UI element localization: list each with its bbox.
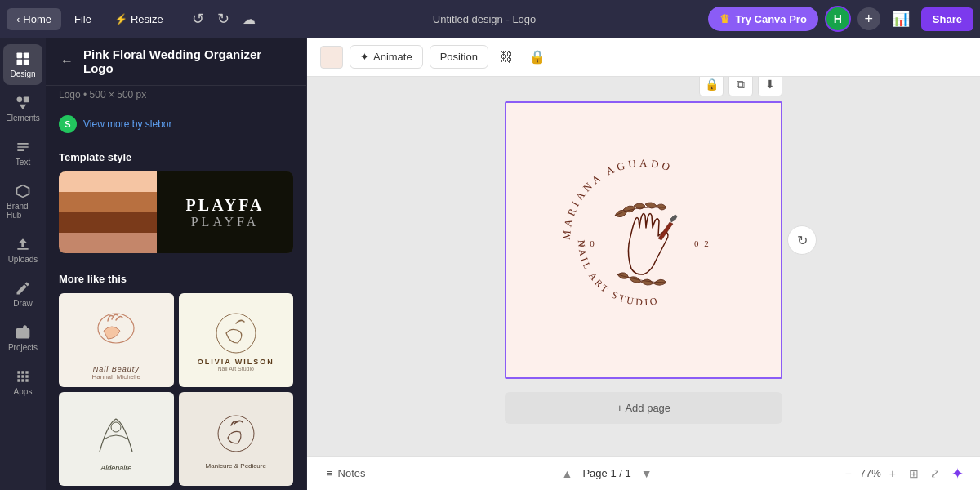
sidebar-item-projects[interactable]: Projects: [3, 318, 42, 359]
canvas-scroll[interactable]: 🔒 ⧉ ⬇: [307, 77, 980, 456]
link-icon[interactable]: ⛓: [495, 45, 518, 69]
notes-button[interactable]: ≡ Notes: [320, 464, 372, 483]
position-button[interactable]: Position: [430, 45, 488, 69]
thumb-label-4: Manicure & Pedicure: [206, 462, 266, 470]
resize-button[interactable]: ⚡ Resize: [105, 8, 173, 30]
add-page-button[interactable]: + Add page: [505, 392, 782, 424]
design-card[interactable]: MARIANA AGUADO 2 0 0 2 NAIL ART STUDIO: [505, 101, 782, 379]
sidebar-item-brandhub[interactable]: Brand Hub: [3, 176, 42, 226]
svg-rect-5: [24, 97, 29, 103]
creator-avatar: S: [59, 115, 77, 133]
undo-button[interactable]: ↺: [187, 5, 209, 33]
uploads-icon: [15, 236, 31, 252]
design-card-wrapper: 🔒 ⧉ ⬇: [505, 101, 782, 424]
panel-subtitle: Logo • 500 × 500 px: [46, 86, 306, 110]
panel-header: ← Pink Floral Wedding Organizer Logo: [46, 38, 306, 86]
left-sidebar: Design Elements Text Brand Hub Uploads: [0, 38, 46, 490]
thumb-svg-2: [195, 309, 277, 358]
bottom-right: ⊞ ⤢ ✦: [906, 461, 967, 486]
color-bar-4: [59, 233, 157, 253]
top-nav: ‹ Home File ⚡ Resize ↺ ↻ ☁ Untitled desi…: [0, 0, 980, 38]
svg-rect-2: [17, 60, 23, 65]
page-nav: Page 1 / 1: [582, 467, 630, 479]
notes-icon: ≡: [327, 467, 333, 479]
lock-card-button[interactable]: 🔒: [699, 77, 724, 96]
chevron-left-icon: ‹: [16, 13, 20, 25]
svg-rect-0: [17, 53, 23, 59]
design-title: Untitled design - Logo: [433, 13, 536, 25]
page-nav-down-button[interactable]: ▼: [638, 466, 656, 482]
bottom-bar: ≡ Notes ▲ Page 1 / 1 ▼ − 77% + ⊞ ⤢ ✦: [307, 456, 980, 490]
svg-marker-6: [20, 105, 26, 110]
sidebar-item-text[interactable]: Text: [3, 132, 42, 173]
template-thumb-1[interactable]: Nail Beauty Hannah Michelle: [59, 293, 174, 387]
template-panel: ← Pink Floral Wedding Organizer Logo Log…: [46, 38, 307, 490]
svg-text:0 2: 0 2: [694, 238, 710, 248]
panel-title: Pink Floral Wedding Organizer Logo: [83, 47, 293, 75]
svg-rect-1: [24, 53, 29, 59]
svg-point-4: [17, 97, 23, 103]
add-collaborator-button[interactable]: +: [858, 7, 880, 30]
templates-grid: Nail Beauty Hannah Michelle OLIVIA WILSO…: [46, 293, 306, 486]
svg-rect-3: [24, 60, 29, 65]
grid-view-button[interactable]: ⊞: [906, 464, 922, 483]
design-icon: [15, 51, 31, 67]
thumb-sublabel-1: Hannah Michelle: [91, 373, 140, 381]
analytics-button[interactable]: 📊: [887, 5, 915, 33]
redo-button[interactable]: ↻: [212, 5, 234, 33]
page-nav-up-button[interactable]: ▲: [559, 466, 577, 482]
template-thumb-4[interactable]: Manicure & Pedicure: [179, 392, 294, 486]
lightning-icon: ⚡: [114, 13, 127, 25]
view-more-link[interactable]: View more by slebor: [83, 118, 172, 130]
share-button[interactable]: Share: [921, 7, 973, 31]
color-bar-3: [59, 212, 157, 233]
thumb-inner-3: Aldenaire: [59, 392, 174, 486]
thumb-label-1: Nail Beauty: [93, 365, 140, 373]
elements-icon: [15, 95, 31, 111]
lock-icon[interactable]: 🔒: [524, 44, 550, 69]
style-font-1: PLAYFA: [186, 196, 265, 215]
download-card-button[interactable]: ⬇: [758, 77, 782, 96]
color-swatch[interactable]: [320, 46, 343, 69]
draw-icon: [15, 280, 31, 296]
sidebar-item-elements[interactable]: Elements: [3, 88, 42, 129]
nav-divider: [180, 11, 180, 27]
magic-button[interactable]: ✦: [948, 461, 967, 486]
fullscreen-button[interactable]: ⤢: [927, 464, 943, 483]
animate-icon: ✦: [360, 51, 369, 63]
user-avatar[interactable]: H: [825, 6, 851, 32]
template-thumb-2[interactable]: OLIVIA WILSON Nail Art Studio: [179, 293, 294, 387]
style-color-bars: [59, 172, 157, 253]
color-bar-1: [59, 172, 157, 192]
home-button[interactable]: ‹ Home: [7, 8, 61, 30]
template-style-label: Template style: [46, 145, 306, 172]
try-canva-button[interactable]: ♛ Try Canva Pro: [708, 7, 817, 31]
design-card-actions: 🔒 ⧉ ⬇: [699, 77, 782, 96]
nav-right: ♛ Try Canva Pro H + 📊 Share: [708, 5, 973, 33]
canvas-toolbar: ✦ Animate Position ⛓ 🔒: [307, 38, 980, 77]
sidebar-item-uploads[interactable]: Uploads: [3, 229, 42, 270]
style-text-area: PLAYFA PLAYFA: [157, 172, 293, 253]
thumb-inner-4: Manicure & Pedicure: [179, 392, 294, 486]
panel-back-button[interactable]: ←: [59, 52, 75, 70]
thumb-svg-1: [75, 300, 157, 365]
animate-button[interactable]: ✦ Animate: [350, 45, 423, 69]
zoom-in-button[interactable]: +: [886, 464, 899, 483]
zoom-out-button[interactable]: −: [842, 464, 855, 483]
copy-card-button[interactable]: ⧉: [728, 77, 753, 96]
sidebar-item-draw[interactable]: Draw: [3, 274, 42, 314]
cloud-save-button[interactable]: ☁: [238, 7, 261, 32]
apps-icon: [15, 368, 31, 385]
file-button[interactable]: File: [65, 8, 101, 30]
text-icon: [15, 139, 31, 155]
svg-point-9: [111, 422, 121, 432]
template-style-box[interactable]: PLAYFA PLAYFA: [59, 172, 293, 253]
thumb-inner-1: Nail Beauty Hannah Michelle: [59, 293, 174, 387]
thumb-sublabel-2: Nail Art Studio: [218, 366, 254, 372]
sidebar-item-design[interactable]: Design: [3, 44, 42, 85]
sidebar-item-apps[interactable]: Apps: [3, 362, 42, 403]
zoom-level: 77%: [860, 467, 881, 479]
creator-row: S View more by slebor: [46, 110, 306, 145]
template-thumb-3[interactable]: Aldenaire: [59, 392, 174, 486]
refresh-button[interactable]: ↻: [787, 225, 817, 255]
